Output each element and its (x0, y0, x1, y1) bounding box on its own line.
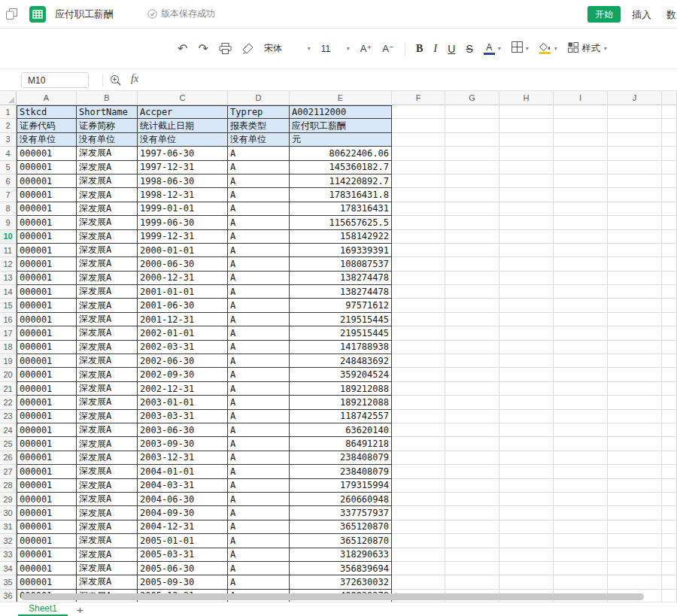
row-header-16[interactable]: 16 (0, 313, 17, 326)
cell-C14[interactable]: 2001-01-01 (138, 285, 228, 299)
cell-G1[interactable] (445, 105, 499, 119)
cell-A31[interactable]: 000001 (17, 520, 77, 534)
cell-I24[interactable] (554, 423, 608, 437)
cell-F20[interactable] (392, 368, 445, 381)
cell-E27[interactable]: 238408079 (290, 465, 392, 478)
cell-E16[interactable]: 219515445 (290, 313, 392, 326)
cell-F29[interactable] (392, 493, 445, 506)
cell-J13[interactable] (608, 272, 662, 285)
insert-function-button[interactable]: fx (131, 73, 138, 85)
cell-E4[interactable]: 80622406.06 (290, 147, 392, 160)
cell-C28[interactable]: 2004-03-31 (138, 479, 228, 493)
cell-G33[interactable] (445, 548, 499, 562)
row-header-26[interactable]: 26 (0, 451, 17, 465)
cell-J34[interactable] (608, 562, 662, 575)
cell-D8[interactable]: A (228, 202, 290, 216)
cell-E17[interactable]: 219515445 (290, 326, 392, 340)
cell-A4[interactable]: 000001 (17, 147, 77, 160)
cell-I4[interactable] (554, 147, 608, 160)
cell-I15[interactable] (554, 299, 608, 312)
cell-J30[interactable] (608, 506, 662, 520)
cell-D15[interactable]: A (228, 299, 290, 312)
cell-K28[interactable] (662, 479, 677, 493)
cell-I26[interactable] (554, 451, 608, 465)
row-header-17[interactable]: 17 (0, 326, 17, 340)
font-name-select[interactable]: 宋体 ▾ (264, 42, 311, 55)
cell-K7[interactable] (662, 188, 677, 202)
cell-J19[interactable] (608, 354, 662, 368)
cell-D26[interactable]: A (228, 451, 290, 465)
cell-K1[interactable] (662, 105, 677, 119)
cell-K26[interactable] (662, 451, 677, 465)
cell-F13[interactable] (392, 272, 445, 285)
cell-B34[interactable]: 深发展A (77, 562, 138, 575)
column-header-F[interactable]: F (392, 91, 445, 105)
cell-I33[interactable] (554, 548, 608, 562)
font-color-button[interactable]: A ▾ (484, 43, 501, 55)
column-header-E[interactable]: E (290, 91, 392, 105)
cell-F27[interactable] (392, 465, 445, 478)
cell-C10[interactable]: 1999-12-31 (138, 230, 228, 244)
cell-H17[interactable] (499, 326, 554, 340)
cell-D31[interactable]: A (228, 520, 290, 534)
cell-I11[interactable] (554, 244, 608, 257)
add-sheet-button[interactable]: + (77, 602, 83, 616)
cell-J17[interactable] (608, 326, 662, 340)
cell-B31[interactable]: 深发展A (77, 520, 138, 534)
cell-C9[interactable]: 1999-06-30 (138, 216, 228, 229)
cell-K3[interactable] (662, 133, 677, 147)
cell-H12[interactable] (499, 257, 554, 271)
cell-A1[interactable]: Stkcd (17, 105, 77, 119)
cell-B17[interactable]: 深发展A (77, 326, 138, 340)
cell-G19[interactable] (445, 354, 499, 368)
cell-B11[interactable]: 深发展A (77, 244, 138, 257)
horizontal-scrollbar-thumb[interactable] (21, 593, 644, 600)
cell-C16[interactable]: 2001-12-31 (138, 313, 228, 326)
cell-K14[interactable] (662, 285, 677, 299)
cell-E26[interactable]: 238408079 (290, 451, 392, 465)
select-all-corner[interactable] (0, 91, 17, 105)
cell-F24[interactable] (392, 423, 445, 437)
cell-F28[interactable] (392, 479, 445, 493)
cell-G26[interactable] (445, 451, 499, 465)
borders-button[interactable]: ▾ (512, 41, 529, 56)
cell-G29[interactable] (445, 493, 499, 506)
cell-G10[interactable] (445, 230, 499, 244)
cell-K10[interactable] (662, 230, 677, 244)
cell-J4[interactable] (608, 147, 662, 160)
cell-J22[interactable] (608, 396, 662, 409)
cell-I28[interactable] (554, 479, 608, 493)
zoom-magnifier-icon[interactable] (110, 74, 121, 89)
cell-B1[interactable]: ShortName (77, 105, 138, 119)
cell-H10[interactable] (499, 230, 554, 244)
cell-H24[interactable] (499, 423, 554, 437)
row-header-29[interactable]: 29 (0, 493, 17, 506)
cell-B22[interactable]: 深发展A (77, 396, 138, 409)
cell-D2[interactable]: 报表类型 (228, 119, 290, 132)
cell-I2[interactable] (554, 119, 608, 132)
cell-C22[interactable]: 2003-01-01 (138, 396, 228, 409)
row-header-14[interactable]: 14 (0, 285, 17, 299)
cell-C21[interactable]: 2002-12-31 (138, 382, 228, 396)
cell-G28[interactable] (445, 479, 499, 493)
cell-J20[interactable] (608, 368, 662, 381)
cell-I25[interactable] (554, 437, 608, 451)
row-header-9[interactable]: 9 (0, 216, 17, 229)
cell-E14[interactable]: 138274478 (290, 285, 392, 299)
cell-H28[interactable] (499, 479, 554, 493)
cell-H29[interactable] (499, 493, 554, 506)
cell-E24[interactable]: 63620140 (290, 423, 392, 437)
cell-F3[interactable] (392, 133, 445, 147)
cell-J35[interactable] (608, 575, 662, 589)
row-header-10[interactable]: 10 (0, 230, 17, 244)
cell-B27[interactable]: 深发展A (77, 465, 138, 478)
row-header-30[interactable]: 30 (0, 506, 17, 520)
font-size-select[interactable]: 11 ▾ (321, 44, 350, 54)
cell-F15[interactable] (392, 299, 445, 312)
cell-K36[interactable] (662, 590, 677, 602)
cell-I20[interactable] (554, 368, 608, 381)
cell-E23[interactable]: 118742557 (290, 410, 392, 423)
cell-J18[interactable] (608, 341, 662, 354)
cell-J12[interactable] (608, 257, 662, 271)
cell-G20[interactable] (445, 368, 499, 381)
